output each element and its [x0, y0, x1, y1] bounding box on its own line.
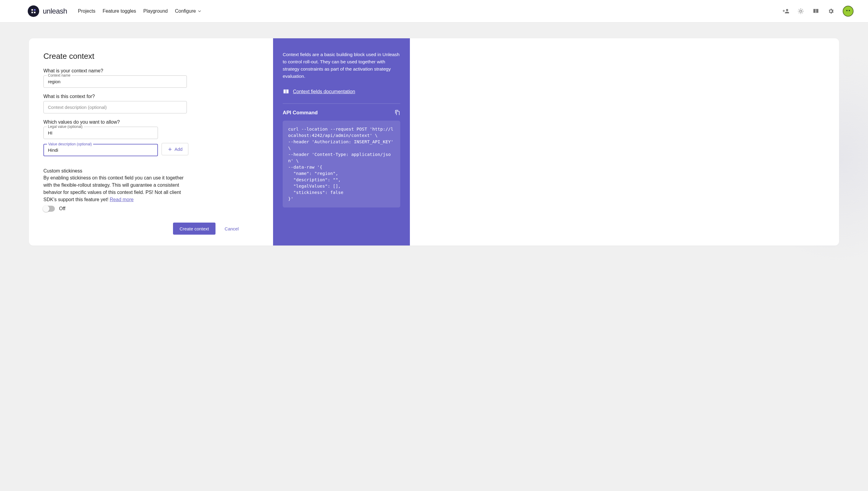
nav-playground[interactable]: Playground	[144, 8, 168, 14]
value-desc-input[interactable]	[47, 147, 154, 153]
value-desc-field[interactable]: Value description (optional)	[43, 144, 158, 156]
stickiness-toggle[interactable]	[43, 206, 55, 212]
nav-projects[interactable]: Projects	[78, 8, 96, 14]
api-code-block[interactable]: curl --location --request POST 'http://l…	[283, 121, 400, 207]
context-name-field[interactable]: Context name	[43, 76, 187, 88]
cancel-button[interactable]: Cancel	[223, 226, 241, 232]
invite-user-icon[interactable]	[782, 8, 789, 15]
logo-mark-icon	[28, 5, 39, 17]
svg-point-0	[800, 10, 802, 12]
chevron-down-icon	[197, 9, 202, 13]
brand-name: unleash	[43, 7, 67, 16]
create-context-card: Create context What is your context name…	[29, 38, 839, 246]
plus-icon	[167, 147, 173, 152]
page-background: Create context What is your context name…	[0, 23, 868, 491]
add-value-button[interactable]: Add	[161, 143, 188, 155]
app-header: unleash Projects Feature toggles Playgro…	[0, 0, 868, 23]
book-icon	[283, 88, 289, 95]
user-avatar[interactable]	[843, 6, 854, 17]
docs-icon[interactable]	[812, 8, 819, 15]
page-title: Create context	[43, 52, 258, 61]
context-desc-question: What is this context for?	[43, 94, 258, 99]
logo[interactable]: unleash	[28, 5, 67, 17]
stickiness-toggle-label: Off	[59, 206, 65, 211]
context-desc-input[interactable]	[47, 104, 183, 110]
legal-values-question: Which values do you want to allow?	[43, 119, 258, 125]
legal-value-input[interactable]	[47, 130, 154, 136]
nav-configure-label: Configure	[175, 8, 196, 14]
header-icons	[782, 6, 854, 17]
context-name-label: Context name	[47, 73, 72, 78]
documentation-link[interactable]: Context fields documentation	[293, 89, 355, 94]
copy-icon[interactable]	[394, 110, 400, 116]
stickiness-description: By enabling stickiness on this context f…	[43, 174, 190, 203]
info-panel: Context fields are a basic building bloc…	[273, 38, 410, 246]
api-command-heading: API Command	[283, 110, 318, 116]
nav-feature-toggles[interactable]: Feature toggles	[102, 8, 136, 14]
value-desc-label: Value description (optional)	[47, 142, 93, 146]
info-description: Context fields are a basic building bloc…	[283, 51, 400, 80]
divider	[283, 104, 400, 104]
main-nav: Projects Feature toggles Playground Conf…	[78, 8, 202, 14]
legal-value-label: Legal value (optional)	[47, 124, 84, 129]
nav-configure[interactable]: Configure	[175, 8, 202, 14]
read-more-link[interactable]: Read more	[110, 197, 133, 202]
context-name-question: What is your context name?	[43, 68, 258, 74]
add-value-label: Add	[175, 147, 183, 152]
context-name-input[interactable]	[47, 79, 183, 84]
stickiness-heading: Custom stickiness	[43, 168, 258, 174]
context-desc-field[interactable]	[43, 101, 187, 113]
theme-icon[interactable]	[798, 8, 804, 15]
settings-icon[interactable]	[828, 8, 834, 15]
legal-value-field[interactable]: Legal value (optional)	[43, 127, 158, 139]
create-context-button[interactable]: Create context	[173, 223, 216, 235]
form-panel: Create context What is your context name…	[29, 38, 273, 246]
